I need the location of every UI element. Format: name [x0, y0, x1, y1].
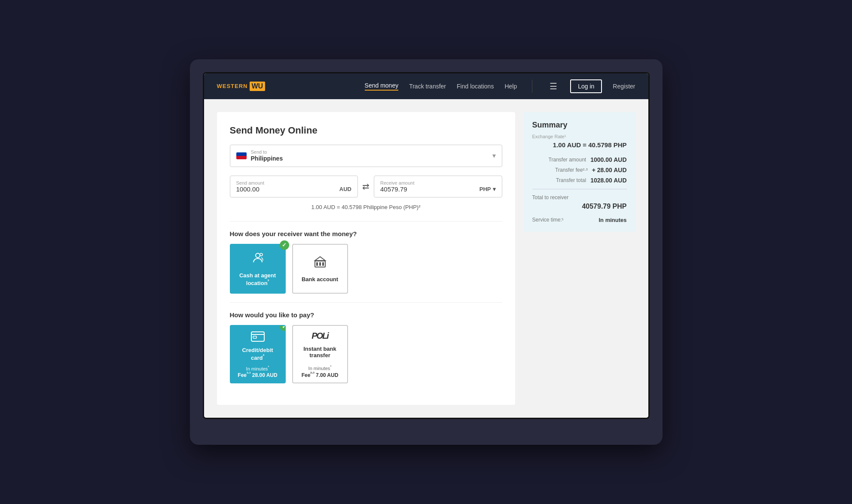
exchange-rate-value: 1.00 AUD = 40.5798 PHP: [532, 141, 627, 149]
hamburger-button[interactable]: ☰: [547, 79, 559, 94]
receive-amount-input[interactable]: [380, 185, 479, 193]
selected-check-badge: ✓: [280, 240, 289, 250]
poli-fee: Fee²·³ 7.00 AUD: [297, 371, 343, 378]
transfer-total-row: Transfer total 1028.00 AUD: [532, 177, 627, 184]
transfer-fee-row: Transfer fee²·³ + 28.00 AUD: [532, 167, 627, 173]
nav-links: Send money Track transfer Find locations…: [365, 79, 635, 94]
poli-time: In minutes³: [297, 364, 343, 371]
pay-option-cards: ✓ Credit/debit card³ In minutes³ Fee²·³: [230, 325, 502, 383]
send-to-label: Send to: [251, 149, 283, 155]
poli-card-label: Instant bank transfer: [297, 346, 343, 358]
option-card-cash[interactable]: ✓ Cash at agent location³: [230, 244, 286, 294]
transfer-amount-row: Transfer amount 1000.00 AUD: [532, 156, 627, 163]
main-content: Send Money Online Send to Philippines ▾: [204, 99, 648, 418]
transfer-total-value: 1028.00 AUD: [590, 177, 626, 184]
receive-currency-tag[interactable]: PHP ▾: [479, 186, 496, 192]
section-divider-2: [230, 302, 502, 303]
payment-card-credit[interactable]: ✓ Credit/debit card³ In minutes³ Fee²·³: [230, 325, 286, 383]
currency-arrow-icon: ▾: [493, 186, 496, 192]
nav-find-locations[interactable]: Find locations: [457, 83, 494, 90]
poli-logo: POLi: [311, 331, 328, 341]
laptop-screen: WESTERN WU Send money Track transfer Fin…: [203, 72, 650, 419]
nav-track-transfer[interactable]: Track transfer: [409, 83, 446, 90]
page-title: Send Money Online: [230, 125, 502, 136]
philippines-flag: [236, 152, 247, 159]
cash-icon: [251, 251, 265, 268]
send-amount-input[interactable]: [236, 185, 339, 193]
payment-card-poli[interactable]: POLi Instant bank transfer In minutes³ F…: [292, 325, 348, 383]
nav-help[interactable]: Help: [504, 83, 517, 90]
register-button[interactable]: Register: [613, 83, 635, 90]
bank-card-label: Bank account: [302, 276, 338, 282]
bank-icon: [313, 255, 327, 272]
service-time-label: Service time:¹: [532, 217, 564, 223]
logo: WESTERN WU: [217, 82, 266, 91]
dropdown-arrow-icon: ▾: [492, 152, 496, 160]
summary-divider: [532, 189, 627, 189]
exchange-rate-header: Exchange Rate¹: [532, 134, 627, 139]
login-button[interactable]: Log in: [570, 79, 602, 93]
svg-point-0: [256, 253, 260, 258]
svg-rect-5: [322, 262, 324, 266]
receiver-option-cards: ✓ Cash at agent location³: [230, 244, 502, 294]
service-time-row: Service time:¹ In minutes: [532, 217, 627, 223]
service-time-value: In minutes: [599, 217, 626, 223]
transfer-fee-value: + 28.00 AUD: [592, 167, 627, 173]
send-to-dropdown[interactable]: Send to Philippines ▾: [230, 145, 502, 167]
transfer-amount-value: 1000.00 AUD: [590, 156, 626, 163]
section-divider-1: [230, 221, 502, 222]
receive-amount-field: Receive amount PHP ▾: [374, 176, 502, 197]
total-to-receiver-value: 40579.79 PHP: [532, 203, 627, 210]
navbar: WESTERN WU Send money Track transfer Fin…: [204, 73, 648, 99]
option-card-bank[interactable]: Bank account: [292, 244, 348, 294]
pay-selected-check-badge: ✓: [280, 325, 286, 331]
send-amount-field: Send amount AUD: [230, 176, 358, 197]
send-amount-label: Send amount: [236, 180, 352, 185]
swap-currency-button[interactable]: ⇄: [362, 181, 370, 191]
svg-rect-3: [316, 262, 318, 266]
send-to-value: Philippines: [251, 155, 283, 162]
form-section: Send Money Online Send to Philippines ▾: [217, 112, 515, 405]
credit-card-bottom: In minutes³ Fee²·³ 28.00 AUD: [235, 365, 281, 379]
amount-row: Send amount AUD ⇄ Receive amount PHP: [230, 176, 502, 197]
summary-title: Summary: [532, 121, 627, 130]
total-to-receiver-label: Total to receiver: [532, 194, 627, 200]
logo-wu: WU: [250, 82, 266, 91]
send-currency-tag: AUD: [339, 186, 351, 192]
nav-send-money[interactable]: Send money: [365, 82, 399, 91]
credit-time: In minutes³: [235, 365, 281, 371]
cash-card-label: Cash at agent location³: [235, 272, 281, 286]
pay-question: How would you like to pay?: [230, 311, 502, 319]
poli-card-bottom: In minutes³ Fee²·³ 7.00 AUD: [297, 364, 343, 378]
cash-superscript: ³: [268, 279, 269, 284]
svg-rect-9: [253, 336, 257, 338]
transfer-total-label: Transfer total: [532, 177, 586, 183]
receive-amount-label: Receive amount: [380, 180, 496, 185]
svg-point-1: [260, 253, 263, 256]
credit-superscript: ³: [263, 353, 264, 358]
send-to-info: Send to Philippines: [251, 149, 283, 162]
summary-card: Summary Exchange Rate¹ 1.00 AUD = 40.579…: [524, 112, 635, 232]
credit-card-icon: [251, 331, 265, 345]
nav-divider: [532, 80, 532, 93]
summary-panel: Summary Exchange Rate¹ 1.00 AUD = 40.579…: [524, 112, 635, 405]
transfer-fee-label: Transfer fee²·³: [532, 167, 588, 173]
credit-fee: Fee²·³ 28.00 AUD: [235, 371, 281, 378]
logo-text: WESTERN: [217, 83, 248, 89]
transfer-amount-label: Transfer amount: [532, 157, 586, 163]
receiver-question: How does your receiver want the money?: [230, 230, 502, 237]
svg-rect-4: [319, 262, 321, 266]
laptop-frame: WESTERN WU Send money Track transfer Fin…: [190, 59, 663, 445]
svg-marker-6: [315, 257, 325, 261]
receive-currency-value: PHP: [479, 186, 491, 192]
credit-card-label: Credit/debit card³: [235, 347, 281, 361]
exchange-rate-line: 1.00 AUD = 40.5798 Philippine Peso (PHP)…: [230, 204, 502, 210]
